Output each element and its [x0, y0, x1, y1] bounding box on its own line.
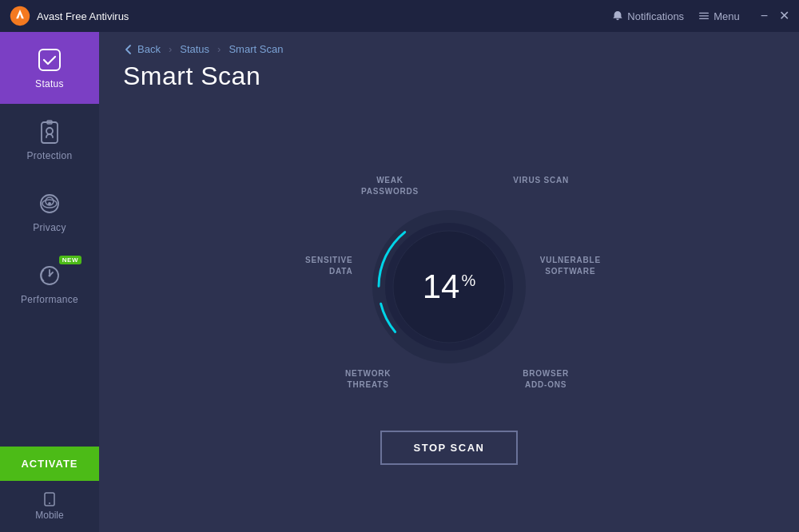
- scan-progress: 14%: [423, 270, 476, 304]
- titlebar-left: Avast Free Antivirus: [10, 6, 129, 26]
- label-vulnerable-software: VULNERABLESOFTWARE: [540, 255, 601, 277]
- app-title: Avast Free Antivirus: [37, 10, 129, 22]
- breadcrumb-separator2: ›: [217, 43, 221, 55]
- sidebar-item-performance[interactable]: NEW Performance: [0, 248, 99, 320]
- svg-rect-4: [39, 50, 60, 70]
- new-badge: NEW: [59, 256, 81, 264]
- scan-area: WEAKPASSWORDS VIRUS SCAN SENSITIVEDATA V…: [99, 107, 799, 532]
- back-arrow-icon: [123, 44, 134, 55]
- svg-point-15: [49, 502, 50, 504]
- activate-button[interactable]: ACTIVATE: [0, 447, 99, 481]
- svg-rect-2: [699, 15, 709, 16]
- svg-rect-1: [699, 13, 709, 14]
- privacy-icon: [36, 190, 63, 217]
- sidebar-item-status[interactable]: Status: [0, 32, 99, 104]
- menu-icon: [698, 10, 710, 22]
- page-title: Smart Scan: [99, 62, 799, 107]
- sidebar-label-protection: Protection: [26, 150, 72, 161]
- breadcrumb-current: Smart Scan: [229, 43, 283, 55]
- label-browser-addons: BROWSERADD-ONS: [523, 368, 569, 391]
- notifications-button[interactable]: Notifications: [612, 10, 684, 22]
- sidebar-label-privacy: Privacy: [33, 222, 66, 233]
- svg-point-6: [46, 128, 53, 134]
- svg-point-0: [10, 6, 30, 26]
- breadcrumb-separator: ›: [169, 43, 172, 55]
- sidebar-item-privacy[interactable]: Privacy: [0, 176, 99, 248]
- svg-point-11: [48, 202, 51, 205]
- svg-point-13: [49, 275, 51, 277]
- content-area: Back › Status › Smart Scan Smart Scan WE…: [99, 32, 799, 532]
- protection-icon: [36, 118, 63, 145]
- label-network-threats: NETWORKTHREATS: [345, 368, 391, 391]
- mobile-icon: [42, 492, 57, 506]
- stop-scan-button[interactable]: STOP SCAN: [380, 431, 519, 465]
- bell-icon: [612, 10, 623, 22]
- ring-diagram: WEAKPASSWORDS VIRUS SCAN SENSITIVEDATA V…: [281, 167, 617, 407]
- svg-rect-3: [699, 18, 709, 19]
- window-controls: − ✕: [761, 10, 789, 22]
- svg-rect-5: [42, 122, 58, 143]
- label-weak-passwords: WEAKPASSWORDS: [361, 175, 419, 197]
- minimize-button[interactable]: −: [761, 10, 768, 22]
- sidebar-label-performance: Performance: [21, 294, 78, 305]
- progress-ring-wrapper: 14%: [369, 207, 529, 367]
- sidebar-label-status: Status: [35, 78, 64, 89]
- label-sensitive-data: SENSITIVEDATA: [305, 255, 352, 277]
- status-icon: [36, 46, 63, 73]
- sidebar-spacer: [0, 320, 99, 447]
- back-button[interactable]: Back: [123, 43, 161, 55]
- label-virus-scan: VIRUS SCAN: [513, 175, 569, 186]
- performance-icon: [36, 262, 63, 289]
- sidebar-item-mobile[interactable]: Mobile: [0, 481, 99, 532]
- sidebar-item-protection[interactable]: Protection: [0, 104, 99, 176]
- breadcrumb-status: Status: [180, 43, 209, 55]
- sidebar: Status Protection: [0, 32, 99, 532]
- mobile-label: Mobile: [35, 510, 63, 521]
- titlebar: Avast Free Antivirus Notifications Menu …: [0, 0, 799, 32]
- topbar: Back › Status › Smart Scan: [99, 32, 799, 62]
- main-layout: Status Protection: [0, 32, 799, 532]
- titlebar-right: Notifications Menu − ✕: [612, 10, 789, 22]
- scan-percent-value: 14%: [423, 268, 476, 305]
- menu-button[interactable]: Menu: [698, 10, 740, 22]
- avast-logo-icon: [10, 6, 30, 26]
- close-button[interactable]: ✕: [779, 10, 789, 22]
